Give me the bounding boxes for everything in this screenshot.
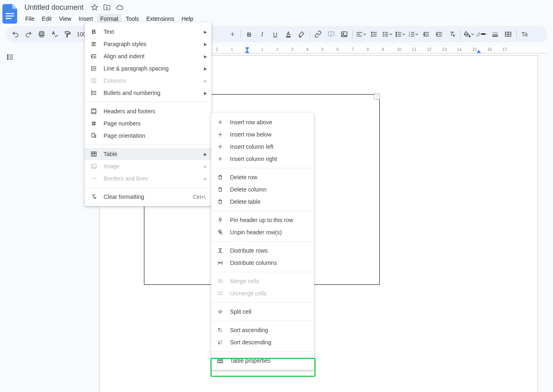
ruler-tick: 12 — [427, 47, 431, 52]
print-button[interactable] — [36, 29, 47, 40]
svg-point-18 — [7, 55, 8, 56]
line-spacing-button[interactable] — [368, 29, 380, 40]
ruler-first-line-marker[interactable] — [245, 50, 249, 53]
italic-button[interactable]: I — [257, 29, 268, 40]
chevron-right-icon: ▶ — [204, 91, 207, 95]
ruler-tick: 16 — [487, 47, 492, 52]
table-drag-handle-icon[interactable]: ⋮ — [374, 94, 380, 99]
spellcheck-button[interactable] — [49, 29, 60, 40]
text-color-button[interactable] — [283, 29, 294, 40]
bold-button[interactable]: B — [243, 29, 255, 40]
bulleted-list-button[interactable] — [394, 29, 406, 40]
svg-text:3: 3 — [409, 35, 410, 37]
ruler-tick: 11 — [412, 47, 416, 52]
sort-ascending[interactable]: Sort ascending — [211, 324, 314, 336]
image-icon — [90, 163, 98, 170]
highlight-button[interactable] — [296, 29, 307, 40]
decrease-indent-button[interactable] — [420, 29, 432, 40]
move-icon[interactable] — [103, 4, 111, 11]
svg-rect-7 — [286, 36, 291, 37]
insert-link-button[interactable] — [312, 29, 324, 40]
insert-image-button[interactable] — [338, 29, 350, 40]
table-icon — [216, 357, 224, 364]
header-footer-icon — [90, 108, 98, 115]
plus-icon — [216, 144, 224, 150]
ruler-tick: 14 — [457, 47, 462, 52]
sort-descending[interactable]: Sort descending — [211, 336, 314, 348]
split-cell[interactable]: Split cell — [211, 306, 314, 318]
border-style-button[interactable] — [502, 29, 514, 40]
columns-icon — [90, 77, 98, 84]
docs-logo-icon[interactable] — [2, 4, 19, 20]
chevron-right-icon: ▶ — [204, 79, 207, 83]
svg-rect-27 — [92, 133, 95, 137]
ruler-tick: 5 — [321, 47, 324, 52]
pin-header-row[interactable]: Pin header up to this row — [211, 214, 314, 226]
border-color-button[interactable] — [476, 29, 488, 40]
undo-button[interactable] — [10, 29, 21, 40]
clear-format-button[interactable] — [447, 29, 458, 40]
plus-icon — [216, 156, 224, 162]
ruler-right-indent-marker[interactable] — [477, 50, 481, 53]
format-borders-lines: Borders and lines▶ — [85, 172, 211, 185]
paragraph-icon — [90, 41, 98, 47]
distribute-rows[interactable]: Distribute rows — [211, 244, 314, 257]
table-properties[interactable]: Table properties — [211, 355, 314, 367]
svg-point-25 — [91, 94, 92, 95]
format-bullets-numbering[interactable]: Bullets and numbering▶ — [85, 87, 211, 99]
cloud-status-icon[interactable] — [115, 3, 124, 11]
format-align-indent[interactable]: Align and indent▶ — [85, 50, 211, 62]
checklist-button[interactable] — [381, 29, 393, 40]
cell-fill-button[interactable] — [463, 29, 475, 40]
ruler-tick: 6 — [336, 47, 339, 52]
menu-view[interactable]: View — [56, 14, 75, 24]
ruler-tick: 9 — [382, 47, 384, 52]
svg-rect-26 — [92, 109, 96, 114]
ruler-tick: 8 — [367, 47, 369, 52]
format-page-orientation[interactable]: Page orientation — [85, 130, 211, 142]
svg-point-24 — [91, 92, 92, 93]
star-icon[interactable] — [91, 4, 98, 11]
distribute-columns[interactable]: Distribute columns — [211, 257, 314, 269]
chevron-right-icon: ▶ — [204, 30, 207, 34]
trash-icon — [216, 187, 224, 192]
insert-row-below[interactable]: Insert row below — [211, 128, 314, 141]
ruler-tick: 10 — [397, 47, 401, 52]
format-headers-footers[interactable]: Headers and footers — [85, 105, 211, 117]
svg-rect-0 — [6, 13, 14, 14]
format-page-numbers[interactable]: Page numbers — [85, 117, 211, 130]
format-line-spacing[interactable]: Line & paragraph spacing▶ — [85, 62, 211, 75]
increase-indent-button[interactable] — [434, 29, 445, 40]
font-size-plus[interactable] — [227, 29, 238, 40]
delete-table[interactable]: Delete table — [211, 196, 314, 208]
paint-format-button[interactable] — [62, 29, 73, 40]
ruler-tick: 4 — [306, 47, 309, 52]
list-icon — [90, 90, 98, 96]
format-table[interactable]: Table▶ — [85, 148, 211, 160]
align-button[interactable] — [355, 29, 367, 40]
menu-file[interactable]: File — [22, 14, 38, 24]
ruler-tick: 2 — [216, 47, 218, 52]
insert-row-above[interactable]: Insert row above — [211, 116, 314, 128]
trash-icon — [216, 199, 224, 205]
add-comment-button[interactable] — [325, 29, 337, 40]
table-submenu: Insert row above Insert row below Insert… — [211, 113, 314, 370]
svg-point-11 — [396, 32, 396, 33]
insert-column-left[interactable]: Insert column left — [211, 141, 314, 153]
unpin-header-rows[interactable]: Unpin header row(s) — [211, 226, 314, 238]
numbered-list-button[interactable]: 123 — [407, 29, 419, 40]
delete-column[interactable]: Delete column — [211, 183, 314, 196]
insert-column-right[interactable]: Insert column right — [211, 153, 314, 165]
document-title[interactable]: Untitled document — [22, 3, 86, 12]
menu-edit[interactable]: Edit — [39, 14, 55, 24]
show-outline-button[interactable] — [0, 46, 20, 61]
format-paragraph-styles[interactable]: Paragraph styles▶ — [85, 38, 211, 50]
underline-button[interactable]: U — [270, 29, 281, 40]
format-clear-formatting[interactable]: Clear formattingCtrl+\ — [85, 191, 211, 203]
border-width-button[interactable] — [489, 29, 501, 40]
redo-button[interactable] — [23, 29, 34, 40]
chevron-right-icon: ▶ — [204, 152, 207, 156]
svg-rect-2 — [6, 18, 11, 19]
format-text[interactable]: BText▶ — [85, 26, 211, 38]
delete-row[interactable]: Delete row — [211, 171, 314, 183]
